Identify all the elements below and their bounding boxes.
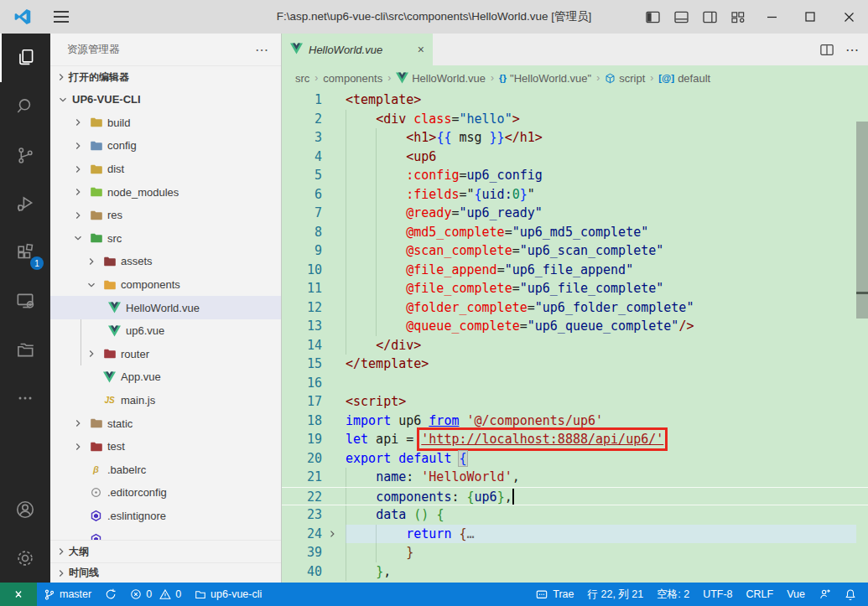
activity-explorer-icon[interactable] [0, 34, 50, 82]
code-line-40[interactable]: 40 }, [282, 562, 868, 582]
toggle-panel-icon[interactable] [667, 0, 695, 34]
tree-item-src[interactable]: src [50, 227, 281, 251]
status-sync[interactable] [98, 583, 123, 606]
code-line-3[interactable]: 3 <h1>{{ msg }}</h1> [282, 128, 868, 148]
tree-item-config[interactable]: config [50, 134, 281, 158]
code-line-21[interactable]: 21 name: 'HelloWorld', [282, 468, 868, 487]
close-button[interactable] [829, 0, 868, 34]
maximize-button[interactable] [791, 0, 829, 34]
status-trae[interactable]: Trae [528, 583, 580, 606]
tree-item-components[interactable]: components [50, 273, 281, 297]
breadcrumb-src[interactable]: src [295, 72, 309, 85]
breadcrumb-script[interactable]: script [605, 72, 645, 85]
status-problems[interactable]: 00 [123, 583, 188, 606]
breadcrumb-helloworld.vue[interactable]: {}"HelloWorld.vue" [499, 72, 591, 85]
tree-item-App.vue[interactable]: App.vue [50, 365, 281, 389]
status-git-branch[interactable]: master [37, 583, 98, 606]
breadcrumb-components[interactable]: components [323, 72, 382, 85]
code-line-4[interactable]: 4 <up6 [282, 148, 868, 167]
fold-chevron-icon[interactable] [322, 525, 342, 544]
activity-settings-icon[interactable] [0, 534, 50, 583]
tree-item-test[interactable]: test [50, 435, 281, 458]
status-indentation[interactable]: 空格: 2 [650, 583, 696, 606]
tree-item-.eslintignore[interactable]: .eslintignore [50, 505, 281, 528]
code-line-12[interactable]: 12 @folder_complete="up6_folder_complete… [282, 298, 868, 318]
code-line-19[interactable]: 19let api = 'http://localhost:8888/api/u… [282, 430, 868, 449]
activity-source-control-icon[interactable] [0, 131, 50, 179]
editor-more-actions-icon[interactable]: ⋯ [845, 42, 860, 58]
activity-remote-explorer-icon[interactable] [0, 277, 50, 325]
hamburger-menu-icon[interactable] [47, 4, 75, 29]
split-editor-icon[interactable] [820, 44, 834, 56]
status-notifications[interactable] [838, 583, 863, 606]
tree-item-build[interactable]: build [50, 111, 281, 135]
status-eol[interactable]: CRLF [740, 583, 781, 606]
vue-icon [107, 301, 122, 315]
toggle-secondary-sidebar-icon[interactable] [695, 0, 724, 34]
status-workspace[interactable]: up6-vue-cli [188, 583, 268, 606]
breadcrumb-default[interactable]: [@]default [658, 72, 710, 85]
chevron-right-icon [72, 441, 84, 453]
outline-section[interactable]: 大纲 [50, 540, 281, 562]
status-cursor-position[interactable]: 行 22, 列 21 [581, 583, 651, 606]
code-line-14[interactable]: 14 </div> [282, 336, 868, 355]
line-number: 9 [282, 241, 322, 261]
code-line-23[interactable]: 23 data () { [282, 505, 868, 525]
code-line-22[interactable]: 22 components: {up6}, [282, 487, 868, 506]
code-line-2[interactable]: 2 <div class="hello"> [282, 110, 868, 129]
tree-item-main.js[interactable]: JSmain.js [50, 389, 281, 412]
remote-indicator[interactable] [0, 583, 37, 606]
open-editors-section[interactable]: 打开的编辑器 [50, 65, 281, 88]
code-line-10[interactable]: 10 @file_append="up6_file_append" [282, 261, 868, 280]
fold-gutter [322, 91, 342, 110]
tree-item-static[interactable]: static [50, 412, 281, 435]
tree-item-project-root[interactable]: UP6-VUE-CLI [50, 88, 281, 111]
tree-item-up6.vue[interactable]: up6.vue [50, 319, 281, 343]
timeline-section[interactable]: 时间线 [50, 562, 281, 583]
activity-run-debug-icon[interactable] [0, 179, 50, 228]
code-line-5[interactable]: 5 :config=up6_config [282, 166, 868, 185]
code-line-15[interactable]: 15</template> [282, 355, 868, 374]
code-line-17[interactable]: 17<script> [282, 392, 868, 412]
code-editor[interactable]: 1<template>2 <div class="hello">3 <h1>{{… [282, 91, 868, 581]
tree-item-.babelrc[interactable]: β.babelrc [50, 458, 281, 482]
scrollbar-thumb[interactable] [856, 122, 868, 319]
breadcrumb-helloworld.vue[interactable]: HelloWorld.vue [396, 72, 486, 85]
indent-guide [346, 298, 346, 318]
code-line-24[interactable]: 24 return {… [282, 525, 868, 544]
activity-search-icon[interactable] [0, 82, 50, 131]
status-language-mode[interactable]: Vue [780, 583, 812, 606]
code-line-39[interactable]: 39 } [282, 543, 868, 562]
customize-layout-icon[interactable] [724, 0, 752, 34]
tree-item-dist[interactable]: dist [50, 158, 281, 181]
code-line-13[interactable]: 13 @queue_complete="up6_queue_complete"/… [282, 317, 868, 336]
tree-item-partial[interactable] [50, 527, 281, 541]
toggle-primary-sidebar-icon[interactable] [638, 0, 667, 34]
tree-item-.editorconfig[interactable]: .editorconfig [50, 481, 281, 505]
code-line-16[interactable]: 16 [282, 374, 868, 393]
line-number: 19 [282, 430, 322, 449]
tree-item-res[interactable]: res [50, 204, 281, 227]
activity-extensions-icon[interactable]: 1 [0, 228, 50, 277]
activity-folders-icon[interactable] [0, 325, 50, 374]
tab-helloworld-vue[interactable]: HelloWorld.vue × [282, 34, 433, 65]
code-line-20[interactable]: 20export default { [282, 449, 868, 469]
minimize-button[interactable] [752, 0, 791, 34]
code-line-9[interactable]: 9 @scan_complete="up6_scan_complete" [282, 241, 868, 261]
tree-item-node_modules[interactable]: node_modules [50, 180, 281, 204]
code-line-18[interactable]: 18import up6 from '@/components/up6' [282, 412, 868, 431]
code-line-8[interactable]: 8 @md5_complete="up6_md5_complete" [282, 223, 868, 242]
tree-item-router[interactable]: router [50, 343, 281, 366]
tab-close-icon[interactable]: × [418, 43, 424, 56]
activity-more-icon[interactable] [0, 374, 50, 422]
code-line-7[interactable]: 7 @ready="up6_ready" [282, 204, 868, 223]
tree-item-HelloWorld.vue[interactable]: HelloWorld.vue [50, 296, 281, 319]
explorer-more-actions-icon[interactable]: ⋯ [255, 42, 269, 58]
tree-item-assets[interactable]: assets [50, 250, 281, 273]
status-feedback[interactable] [812, 583, 838, 606]
status-encoding[interactable]: UTF-8 [696, 583, 739, 606]
code-line-1[interactable]: 1<template> [282, 91, 868, 110]
activity-account-icon[interactable] [0, 485, 50, 534]
code-line-11[interactable]: 11 @file_complete="up6_file_complete" [282, 279, 868, 298]
code-line-6[interactable]: 6 :fields="{uid:0}" [282, 185, 868, 205]
